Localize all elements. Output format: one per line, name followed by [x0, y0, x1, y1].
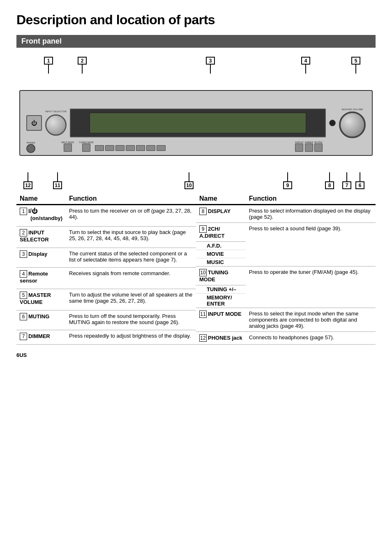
movie-btn[interactable]: [146, 145, 155, 151]
table-row: 2INPUTSELECTOR Turn to select the input …: [16, 226, 196, 248]
tuning-mode-btn[interactable]: [82, 144, 90, 152]
table-row: 8DISPLAY Press to select information dis…: [196, 205, 376, 223]
right-table-name-header: Name: [196, 193, 246, 205]
callout-9: 9: [283, 181, 292, 189]
callout-11: 11: [53, 181, 62, 189]
callout-2: 2: [78, 57, 87, 74]
callout-8: 8: [325, 181, 334, 189]
display-screen: [90, 113, 306, 133]
dimmer-btn[interactable]: [305, 144, 313, 152]
table-row: 10TUNINGMODE Press to operate the tuner …: [196, 266, 376, 285]
tuning-plus-btn[interactable]: [105, 145, 114, 151]
right-table: Name Function 8DISPLAY Press to select i…: [196, 193, 376, 345]
2ch-adirect-btn[interactable]: [126, 145, 135, 151]
table-row: 5MASTERVOLUME Turn to adjust the volume …: [16, 289, 196, 310]
music-btn[interactable]: [157, 145, 166, 151]
table-row: 4Remotesensor Receives signals from remo…: [16, 268, 196, 289]
muting-btn[interactable]: [314, 144, 323, 152]
callout-3: 3: [120, 57, 301, 74]
phones-jack[interactable]: [26, 144, 35, 153]
table-row: 92CH/A.DIRECT Press to select a sound fi…: [196, 223, 376, 242]
table-row: 12PHONES jack Connects to headphones (pa…: [196, 332, 376, 345]
input-selector-knob[interactable]: [45, 114, 67, 136]
tuning-minus-btn[interactable]: [95, 145, 104, 151]
left-table: Name Function 1I/⏻(on/standby) Press to …: [16, 193, 196, 345]
callout-12: 12: [23, 181, 32, 189]
volume-knob[interactable]: [339, 111, 366, 138]
callout-4: 4: [301, 57, 310, 74]
display-area: [70, 109, 326, 137]
receiver-diagram: 1 2 3 4 5 ⏻: [19, 57, 373, 189]
receiver-body: ⏻ INPUT SELECTOR MASTER VOLUME: [19, 90, 373, 156]
section-header: Front panel: [16, 35, 376, 48]
callout-10: 10: [184, 181, 194, 189]
callout-6: 6: [355, 181, 364, 189]
power-button[interactable]: ⏻: [26, 115, 42, 131]
left-table-name-header: Name: [16, 193, 66, 205]
memory-enter-btn[interactable]: [115, 145, 125, 151]
callout-5: 5: [351, 57, 360, 74]
table-row: 6MUTING Press to turn off the sound temp…: [16, 310, 196, 330]
page-footer: 6US: [16, 352, 376, 358]
left-table-function-header: Function: [66, 193, 196, 205]
callout-7: 7: [342, 181, 351, 189]
right-table-function-header: Function: [246, 193, 376, 205]
display-btn[interactable]: [295, 144, 303, 152]
input-mode-btn[interactable]: [64, 144, 72, 152]
remote-sensor: [329, 120, 336, 126]
table-row: 11INPUT MODE Press to select the input m…: [196, 308, 376, 332]
table-row: 7DIMMER Press repeatedly to adjust brigh…: [16, 330, 196, 345]
table-row: 1I/⏻(on/standby) Press to turn the recei…: [16, 205, 196, 227]
page-title: Description and location of parts: [16, 12, 376, 28]
function-tables: Name Function 1I/⏻(on/standby) Press to …: [16, 193, 376, 345]
afd-btn[interactable]: [136, 145, 145, 151]
table-row: 3Display The current status of the selec…: [16, 248, 196, 267]
callout-1: 1: [44, 57, 53, 74]
